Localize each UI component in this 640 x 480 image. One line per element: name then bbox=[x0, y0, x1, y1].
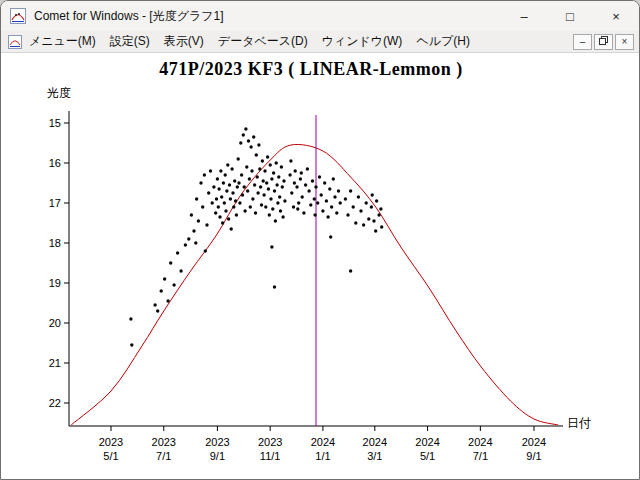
observation-point bbox=[295, 185, 298, 188]
observation-point bbox=[280, 165, 283, 168]
observation-point bbox=[270, 245, 273, 248]
menu-item-help[interactable]: ヘルプ(H) bbox=[409, 33, 477, 50]
observation-point bbox=[335, 211, 338, 214]
observation-point bbox=[330, 205, 333, 208]
observation-point bbox=[221, 221, 224, 224]
observation-point bbox=[176, 251, 179, 254]
observation-point bbox=[194, 241, 197, 244]
observation-point bbox=[272, 171, 275, 174]
x-tick-date: 7/1 bbox=[473, 450, 488, 462]
observation-point bbox=[323, 181, 326, 184]
observation-point bbox=[223, 201, 226, 204]
observation-point bbox=[306, 167, 309, 170]
observation-point bbox=[313, 197, 316, 200]
app-icon[interactable] bbox=[10, 8, 26, 24]
x-tick-year: 2024 bbox=[468, 436, 492, 448]
observation-point bbox=[239, 141, 242, 144]
graph-window-icon[interactable] bbox=[8, 35, 22, 49]
observation-point bbox=[302, 211, 305, 214]
chart-area: 471P/2023 KF3 ( LINEAR-Lemmon ) 光度 日付 15… bbox=[1, 53, 640, 479]
observation-point bbox=[190, 213, 193, 216]
observation-point bbox=[258, 167, 261, 170]
observation-point bbox=[129, 317, 132, 320]
observation-point bbox=[230, 167, 233, 170]
mdi-restore-button[interactable] bbox=[594, 34, 613, 50]
observation-point bbox=[249, 145, 252, 148]
observation-point bbox=[267, 187, 270, 190]
close-button[interactable]: × bbox=[593, 1, 639, 31]
observation-point bbox=[265, 181, 268, 184]
mdi-minimize-button[interactable]: – bbox=[573, 34, 592, 50]
caption-buttons: – □ × bbox=[501, 1, 639, 31]
observation-point bbox=[211, 201, 214, 204]
menu-item-window[interactable]: ウィンドウ(W) bbox=[315, 33, 410, 50]
observation-point bbox=[201, 205, 204, 208]
observation-point bbox=[227, 217, 230, 220]
observation-point bbox=[256, 175, 259, 178]
observation-point bbox=[257, 143, 260, 146]
menu-item-settings[interactable]: 設定(S) bbox=[103, 33, 157, 50]
observation-point bbox=[237, 181, 240, 184]
observation-point bbox=[224, 209, 227, 212]
observation-point bbox=[354, 221, 357, 224]
observation-point bbox=[250, 169, 253, 172]
observation-point bbox=[299, 177, 302, 180]
observation-point bbox=[255, 153, 258, 156]
x-tick-date: 9/1 bbox=[210, 450, 225, 462]
observation-point bbox=[283, 199, 286, 202]
observation-point bbox=[264, 205, 267, 208]
y-tick-label: 16 bbox=[49, 157, 61, 169]
restore-icon bbox=[599, 36, 608, 47]
observation-point bbox=[326, 215, 329, 218]
observation-point bbox=[288, 173, 291, 176]
observation-point bbox=[246, 189, 249, 192]
maximize-button[interactable]: □ bbox=[547, 1, 593, 31]
observation-point bbox=[359, 209, 362, 212]
observation-point bbox=[379, 207, 382, 210]
observation-point bbox=[296, 207, 299, 210]
observation-point bbox=[332, 177, 335, 180]
observation-point bbox=[238, 201, 241, 204]
observation-point bbox=[216, 177, 219, 180]
observation-point bbox=[240, 173, 243, 176]
observation-point bbox=[256, 191, 259, 194]
observation-point bbox=[242, 133, 245, 136]
observation-point bbox=[254, 211, 257, 214]
observation-point bbox=[293, 181, 296, 184]
observation-point bbox=[352, 205, 355, 208]
y-tick-label: 20 bbox=[49, 317, 61, 329]
observation-point bbox=[269, 163, 272, 166]
observation-point bbox=[251, 197, 254, 200]
observation-point bbox=[311, 179, 314, 182]
observation-point bbox=[370, 205, 373, 208]
observation-point bbox=[225, 189, 228, 192]
observation-point bbox=[163, 277, 166, 280]
menu-item-view[interactable]: 表示(V) bbox=[157, 33, 211, 50]
observation-point bbox=[273, 189, 276, 192]
menu-item-menu[interactable]: メニュー(M) bbox=[22, 33, 103, 50]
observation-point bbox=[262, 193, 265, 196]
observation-point bbox=[375, 199, 378, 202]
observation-point bbox=[318, 175, 321, 178]
observation-point bbox=[199, 181, 202, 184]
observation-point bbox=[172, 283, 175, 286]
menu-item-database[interactable]: データベース(D) bbox=[211, 33, 315, 50]
observation-point bbox=[349, 189, 352, 192]
mdi-close-button[interactable]: × bbox=[615, 34, 634, 50]
observation-point bbox=[222, 181, 225, 184]
observation-point bbox=[300, 171, 303, 174]
observation-point bbox=[219, 169, 222, 172]
observation-point bbox=[217, 205, 220, 208]
observation-point bbox=[278, 195, 281, 198]
minimize-button[interactable]: – bbox=[501, 1, 547, 31]
y-tick-label: 19 bbox=[49, 277, 61, 289]
observation-point bbox=[377, 213, 380, 216]
observation-point bbox=[282, 179, 285, 182]
x-tick-year: 2024 bbox=[363, 436, 387, 448]
observation-point bbox=[275, 161, 278, 164]
observation-point bbox=[236, 185, 239, 188]
observation-point bbox=[380, 225, 383, 228]
x-tick-date: 7/1 bbox=[156, 450, 171, 462]
observation-point bbox=[245, 165, 248, 168]
x-tick-year: 2023 bbox=[152, 436, 176, 448]
